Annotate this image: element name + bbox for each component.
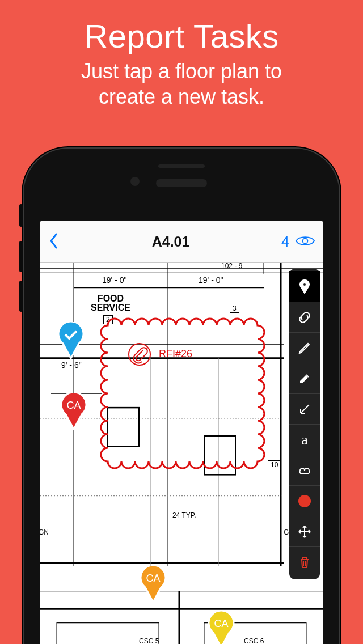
back-button[interactable] — [48, 231, 60, 253]
trash-tool[interactable] — [289, 546, 320, 577]
move-icon — [297, 524, 312, 539]
color-swatch-icon — [298, 495, 311, 507]
chevron-left-icon — [48, 231, 60, 251]
cloud-tool[interactable] — [289, 455, 320, 485]
volume-up-button — [19, 241, 23, 272]
csc6: CSC 6 — [244, 637, 264, 644]
mute-switch — [19, 204, 23, 227]
highlighter-icon — [297, 371, 312, 386]
task-pin-ca-orange[interactable]: CA — [138, 566, 168, 603]
move-tool[interactable] — [289, 516, 320, 546]
promo-title: Report Tasks — [0, 17, 363, 55]
dim-left: 19' - 0" — [102, 276, 126, 285]
pin-tool[interactable] — [289, 271, 320, 302]
gn-left: GN — [40, 528, 49, 536]
arrow-tool[interactable] — [289, 393, 320, 424]
task-pin-ca-red[interactable]: CA — [59, 393, 88, 430]
tag-3: 3 — [230, 304, 239, 313]
link-tool[interactable] — [289, 302, 320, 332]
arrow-icon — [297, 402, 312, 417]
task-pin-checked[interactable] — [56, 322, 86, 359]
promo-heading: Report Tasks Just tap a floor plan to cr… — [0, 0, 363, 109]
link-icon — [297, 310, 312, 325]
dim-mid: 9' - 6" — [61, 361, 82, 370]
cloud-markup[interactable] — [99, 317, 275, 487]
pin-icon — [297, 279, 312, 294]
pencil-tool[interactable] — [289, 332, 320, 363]
page-title: A4.01 — [152, 234, 190, 250]
attachment-annotation[interactable] — [128, 342, 151, 368]
paperclip-icon — [128, 342, 151, 366]
visible-count: 4 — [281, 234, 289, 250]
markup-toolbar: a — [289, 269, 320, 579]
promo-subtitle: Just tap a floor plan to create a new ta… — [0, 58, 363, 109]
eye-icon — [295, 234, 315, 248]
visibility-button[interactable] — [295, 234, 315, 250]
dim-top: 102 - 9 — [221, 263, 242, 270]
volume-down-button — [19, 281, 23, 312]
phone-frame: A4.01 4 — [23, 147, 340, 644]
csc5: CSC 5 — [139, 637, 159, 644]
text-tool[interactable]: a — [289, 424, 320, 455]
tag-24: 24 TYP. — [172, 511, 196, 519]
trash-icon — [297, 555, 312, 570]
task-pin-ca-yellow[interactable]: CA — [206, 611, 236, 644]
text-icon: a — [301, 433, 308, 447]
app-screen: A4.01 4 — [40, 221, 323, 644]
svg-line-27 — [301, 405, 309, 413]
floorplan-canvas[interactable]: 102 - 9 19' - 0" 19' - 0" 9' - 6" FOOD S… — [40, 263, 323, 644]
highlighter-tool[interactable] — [289, 363, 320, 393]
dim-right: 19' - 0" — [199, 276, 223, 285]
room-label: FOOD SERVICE — [91, 294, 130, 312]
svg-point-26 — [303, 283, 306, 286]
annotation-label: RFI#26 — [159, 348, 192, 360]
pencil-icon — [297, 341, 312, 355]
color-tool[interactable] — [289, 485, 320, 516]
navbar: A4.01 4 — [40, 221, 323, 263]
svg-point-0 — [303, 238, 308, 243]
cloud-icon — [297, 463, 312, 478]
